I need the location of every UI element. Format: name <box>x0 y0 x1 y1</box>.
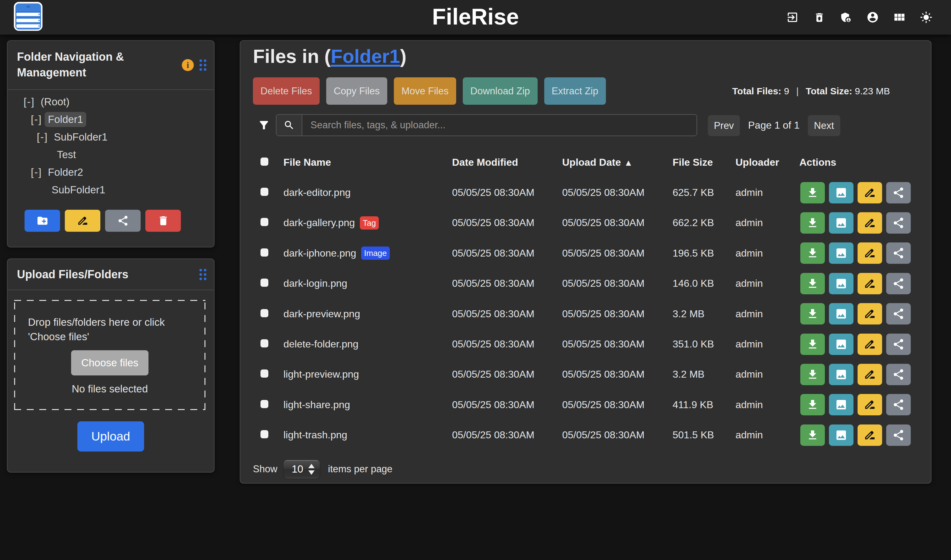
file-name[interactable]: dark-preview.png <box>284 308 360 320</box>
column-header-modified[interactable]: Date Modified <box>452 157 562 168</box>
column-header-name[interactable]: File Name <box>284 157 452 168</box>
folder-tree-item[interactable]: SubFolder1 <box>8 181 214 199</box>
logout-icon[interactable] <box>786 11 799 23</box>
choose-files-button[interactable]: Choose files <box>71 350 148 375</box>
file-name[interactable]: dark-login.png <box>284 278 347 289</box>
upload-button[interactable]: Upload <box>77 422 144 452</box>
rename-file-button[interactable] <box>858 334 882 355</box>
download-file-button[interactable] <box>800 212 825 234</box>
delete-files-button[interactable]: Delete Files <box>253 77 320 105</box>
view-grid-icon[interactable] <box>893 11 906 23</box>
prev-page-button[interactable]: Prev <box>708 115 740 136</box>
folder-tree-item[interactable]: [-] (Root) <box>8 93 214 111</box>
tree-toggle[interactable]: [-] <box>23 96 35 108</box>
items-per-page-input[interactable]: 10 <box>283 460 320 479</box>
file-checkbox[interactable] <box>260 339 268 348</box>
preview-image-button[interactable] <box>829 394 854 415</box>
share-file-button[interactable] <box>886 334 911 355</box>
rename-file-button[interactable] <box>858 303 882 325</box>
file-name[interactable]: delete-folder.png <box>284 338 358 350</box>
file-checkbox[interactable] <box>260 400 268 408</box>
download-file-button[interactable] <box>800 182 825 203</box>
preview-image-button[interactable] <box>829 242 854 264</box>
file-checkbox[interactable] <box>260 278 268 287</box>
share-folder-button[interactable] <box>105 210 140 232</box>
file-name[interactable]: dark-iphone.png <box>284 248 356 259</box>
current-folder-link[interactable]: Folder1 <box>331 46 400 67</box>
drag-handle-icon[interactable] <box>199 59 207 71</box>
download-file-button[interactable] <box>800 394 825 415</box>
search-input[interactable] <box>302 115 697 135</box>
file-checkbox[interactable] <box>260 218 268 226</box>
restore-trash-icon[interactable] <box>813 11 826 23</box>
folder-tree-item[interactable]: [-] Folder1 <box>8 111 214 128</box>
download-file-button[interactable] <box>800 364 825 385</box>
file-name[interactable]: light-trash.png <box>284 429 347 441</box>
folder-tree-item[interactable]: Test <box>8 146 214 163</box>
rename-file-button[interactable] <box>858 425 882 446</box>
next-page-button[interactable]: Next <box>808 115 840 136</box>
tree-toggle[interactable]: [-] <box>31 114 42 125</box>
download-file-button[interactable] <box>800 242 825 264</box>
download-file-button[interactable] <box>800 303 825 325</box>
file-checkbox[interactable] <box>260 188 268 196</box>
share-file-button[interactable] <box>886 425 911 446</box>
file-checkbox[interactable] <box>260 369 268 378</box>
rename-file-button[interactable] <box>858 273 882 294</box>
preview-image-button[interactable] <box>829 425 854 446</box>
file-checkbox[interactable] <box>260 309 268 317</box>
move-files-button[interactable]: Move Files <box>394 77 456 105</box>
rename-file-button[interactable] <box>858 394 882 415</box>
folder-tree-item[interactable]: [-] SubFolder1 <box>8 128 214 146</box>
preview-image-button[interactable] <box>829 273 854 294</box>
preview-image-button[interactable] <box>829 212 854 234</box>
share-file-button[interactable] <box>886 212 911 234</box>
download-zip-button[interactable]: Download Zip <box>463 77 538 105</box>
file-name[interactable]: dark-gallery.png <box>284 217 355 229</box>
tree-folder-label[interactable]: (Root) <box>37 94 72 109</box>
account-circle-icon[interactable] <box>866 11 879 23</box>
create-folder-button[interactable] <box>25 210 60 232</box>
drag-handle-icon[interactable] <box>199 269 207 280</box>
admin-panel-icon[interactable] <box>840 11 852 23</box>
column-header-uploader[interactable]: Uploader <box>735 157 799 168</box>
tree-toggle[interactable]: [-] <box>31 166 42 178</box>
download-file-button[interactable] <box>800 273 825 294</box>
download-file-button[interactable] <box>800 425 825 446</box>
preview-image-button[interactable] <box>829 303 854 325</box>
info-icon[interactable]: i <box>182 59 194 71</box>
light-mode-icon[interactable] <box>920 11 933 23</box>
select-all-checkbox[interactable] <box>260 157 268 166</box>
share-file-button[interactable] <box>886 394 911 415</box>
column-header-uploaded[interactable]: Upload Date▲ <box>562 157 673 168</box>
filter-icon[interactable] <box>257 118 270 132</box>
tree-toggle[interactable]: [-] <box>37 131 48 143</box>
rename-file-button[interactable] <box>858 212 882 234</box>
tree-folder-label[interactable]: Test <box>54 147 79 162</box>
share-file-button[interactable] <box>886 303 911 325</box>
upload-dropzone[interactable]: Drop files/folders here or click'Choose … <box>14 300 205 410</box>
share-file-button[interactable] <box>886 182 911 203</box>
extract-zip-button[interactable]: Extract Zip <box>544 77 606 105</box>
download-file-button[interactable] <box>800 334 825 355</box>
share-file-button[interactable] <box>886 242 911 264</box>
file-checkbox[interactable] <box>260 248 268 257</box>
tree-folder-label[interactable]: SubFolder1 <box>48 182 108 197</box>
preview-image-button[interactable] <box>829 334 854 355</box>
rename-file-button[interactable] <box>858 242 882 264</box>
copy-files-button[interactable]: Copy Files <box>326 77 387 105</box>
rename-folder-button[interactable] <box>65 210 100 232</box>
file-name[interactable]: dark-editor.png <box>284 187 350 198</box>
file-name[interactable]: light-preview.png <box>284 369 359 380</box>
column-header-size[interactable]: File Size <box>673 157 735 168</box>
tree-folder-label[interactable]: Folder2 <box>45 165 86 180</box>
preview-image-button[interactable] <box>829 364 854 385</box>
rename-file-button[interactable] <box>858 364 882 385</box>
number-stepper-icon[interactable] <box>308 460 314 478</box>
rename-file-button[interactable] <box>858 182 882 203</box>
share-file-button[interactable] <box>886 273 911 294</box>
tree-folder-label[interactable]: Folder1 <box>45 112 86 127</box>
share-file-button[interactable] <box>886 364 911 385</box>
file-checkbox[interactable] <box>260 430 268 438</box>
file-name[interactable]: light-share.png <box>284 399 350 411</box>
